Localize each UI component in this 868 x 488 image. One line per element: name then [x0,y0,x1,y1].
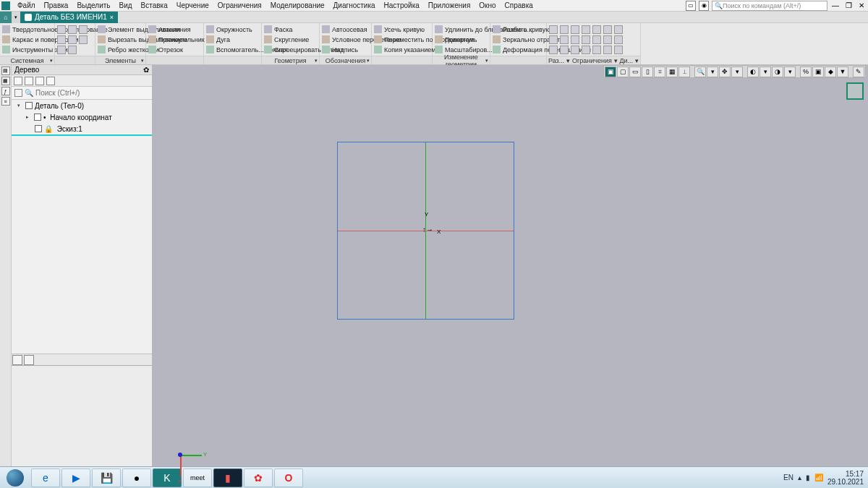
panel-mode-icon[interactable] [12,355,22,365]
tray-clock[interactable]: 15:17 29.10.2021 [827,470,864,486]
doc-icon[interactable] [68,35,77,44]
menu-view[interactable]: Вид [115,1,137,9]
tool-icon[interactable] [603,25,612,34]
taskbar-opera[interactable]: O [274,468,303,487]
taskbar-save[interactable]: 💾 [92,468,121,487]
tree-origin[interactable]: ▸• Начало координат [12,111,152,123]
tab-close-icon[interactable]: × [110,14,114,21]
print-icon[interactable] [57,35,66,44]
tool-icon[interactable] [571,25,579,34]
menu-rail-icon[interactable]: ≡ [1,97,10,106]
rectangle-btn[interactable]: Прямоугольник [158,36,205,43]
tree-tool-icon[interactable] [46,77,55,85]
circle-btn[interactable]: Окружность [216,26,252,33]
tool-icon[interactable] [603,35,612,44]
panel-mode-icon[interactable] [24,355,34,365]
rotate-btn[interactable]: Повернуть [445,36,477,43]
tool-icon[interactable] [560,46,569,54]
viewport[interactable]: ▣ ▢ ▭ ▯ ⌗ ▦ ⟂ 🔍 ▾ ✥ ▾ ◐ ▾ ◑ ▾ % ▣ ◆ ▼ ✎ [153,65,868,466]
open-icon[interactable] [68,25,77,34]
tool-icon[interactable] [592,46,601,54]
tree-sketch[interactable]: 🔒 Эскиз:1 [12,123,152,134]
undo-icon[interactable] [57,46,66,54]
segment-btn[interactable]: Отрезок [158,46,183,53]
tree-tool-icon[interactable] [25,77,33,85]
minimize-button[interactable]: — [830,1,841,11]
params-rail-icon[interactable]: ▦ [1,77,10,85]
start-button[interactable] [0,467,30,489]
tray-lang[interactable]: EN [783,474,793,481]
document-tab[interactable]: Деталь БЕЗ ИМЕНИ1 × [20,12,118,23]
menu-window[interactable]: Окно [475,1,500,9]
save-icon[interactable] [79,25,88,34]
tool-icon[interactable] [582,35,590,44]
copy-btn[interactable]: Копия указанием [384,46,435,53]
fx-rail-icon[interactable]: ƒ [1,87,10,95]
command-search[interactable]: 🔍 Поиск по командам (Alt+/) [712,1,827,11]
tool-icon[interactable] [614,46,623,54]
trim-btn[interactable]: Усечь кривую [384,26,425,33]
menu-file[interactable]: Файл [13,1,40,9]
taskbar-chrome[interactable]: ● [122,468,151,487]
tool-icon[interactable] [560,35,569,44]
text-btn[interactable]: Надпись [332,46,358,53]
tool-icon[interactable] [582,25,590,34]
tray-net-icon[interactable]: ▮ [806,474,810,481]
home-dropdown[interactable]: ▾ [12,12,20,23]
redo-icon[interactable] [68,46,77,54]
menu-insert[interactable]: Вставка [137,1,172,9]
page-icon[interactable] [79,35,88,44]
menu-help[interactable]: Справка [501,1,537,9]
tool-icon[interactable] [592,25,601,34]
panel-gear-icon[interactable]: ✿ [143,66,149,74]
tool-icon[interactable] [549,25,558,34]
split-btn[interactable]: Разбить кривую [503,26,550,33]
chamfer-btn[interactable]: Фаска [274,26,293,33]
menu-drawing[interactable]: Черчение [172,1,213,9]
camera-icon[interactable]: ◉ [699,1,709,11]
layout-icon[interactable]: ▭ [686,1,696,11]
taskbar-kompas[interactable]: K [153,468,182,487]
tree-search-input[interactable] [35,89,149,97]
filter-icon[interactable] [14,89,22,97]
arc-btn[interactable]: Дуга [216,36,230,43]
tree-tool-icon[interactable] [35,77,44,85]
maximize-button[interactable]: ❐ [843,1,854,11]
taskbar-media[interactable]: ▶ [61,468,90,487]
autoline-btn[interactable]: Автолиния [158,26,191,33]
tree-root[interactable]: ▾Деталь (Тел-0) [12,100,152,111]
menu-constraints[interactable]: Ограничения [213,1,266,9]
taskbar-ie[interactable]: e [31,468,60,487]
tool-icon[interactable] [603,46,612,54]
menu-edit[interactable]: Правка [40,1,73,9]
tray-up-icon[interactable]: ▴ [798,474,801,481]
menu-select[interactable]: Выделить [72,1,114,9]
tree-rail-icon[interactable]: ▤ [1,67,10,75]
tool-icon[interactable] [592,35,601,44]
menu-diagnostics[interactable]: Диагностика [329,1,380,9]
tool-icon[interactable] [571,46,579,54]
new-icon[interactable] [57,25,66,34]
tool-icon[interactable] [614,35,623,44]
tool-icon[interactable] [549,35,558,44]
tool-icon[interactable] [560,25,569,34]
tool-icon[interactable] [571,35,579,44]
tool-icon[interactable] [614,25,623,34]
x-label: X [437,228,441,235]
scale-btn[interactable]: Масштабиров... [445,46,493,53]
tool-icon[interactable] [549,46,558,54]
autoaxis-btn[interactable]: Автоосевая [332,26,367,33]
tray-vol-icon[interactable]: 📶 [814,474,823,481]
home-button[interactable]: ⌂ [0,12,12,23]
tool-icon[interactable] [582,46,590,54]
menu-apps[interactable]: Приложения [424,1,475,9]
menu-settings[interactable]: Настройка [380,1,424,9]
menu-modeling[interactable]: Моделирование [266,1,329,9]
system-tray[interactable]: EN ▴ ▮ 📶 15:17 29.10.2021 [779,470,868,486]
fillet-btn[interactable]: Скругление [274,36,309,43]
tree-tool-icon[interactable] [14,77,22,85]
taskbar-meet[interactable]: meet [183,468,212,487]
taskbar-app[interactable]: ✿ [244,468,273,487]
close-button[interactable]: ✕ [856,1,867,11]
taskbar-app[interactable]: ▮ [213,468,242,487]
